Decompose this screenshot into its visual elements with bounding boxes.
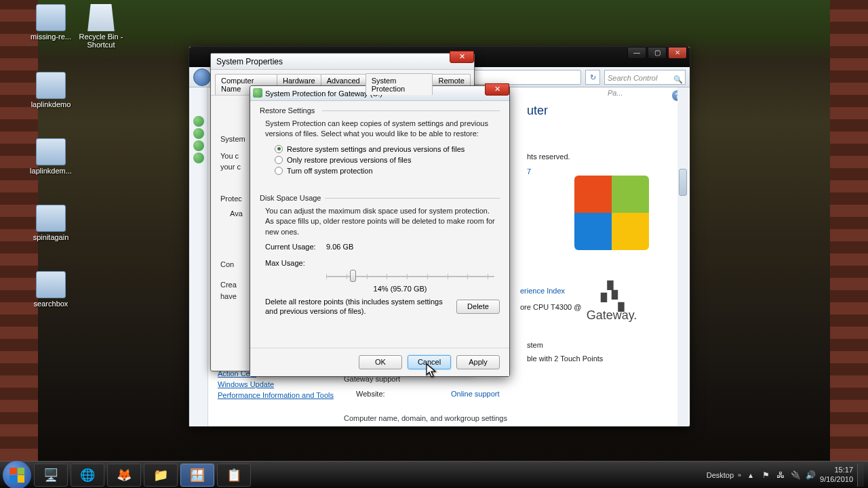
radio-icon <box>275 145 283 153</box>
cpu-fragment: ore CPU T4300 @ <box>520 302 581 314</box>
start-button[interactable] <box>3 461 31 489</box>
delete-restore-points-text: Delete all restore points (this includes… <box>260 297 450 317</box>
text-fragment: hts reserved. <box>527 151 570 163</box>
desktop-icon-searchbox[interactable]: searchbox <box>27 271 75 308</box>
close-button[interactable]: ✕ <box>450 51 474 63</box>
close-button[interactable]: ✕ <box>668 47 687 59</box>
online-support-link[interactable]: Online support <box>451 390 500 398</box>
radio-restore-files-only[interactable]: Only restore previous versions of files <box>260 155 500 165</box>
restore-settings-text: System Protection can keep copies of sys… <box>260 119 500 140</box>
close-button[interactable]: ✕ <box>485 83 509 96</box>
desktop-icon-label: searchbox <box>27 300 75 308</box>
performance-info-link[interactable]: Performance Information and Tools <box>218 391 334 399</box>
desktop-icon-label: laplinkdem... <box>27 167 75 175</box>
tray-volume-icon[interactable]: 🔊 <box>805 470 816 481</box>
tab-system-protection[interactable]: System Protection <box>366 73 433 95</box>
desktop-icon-label: spinitagain <box>27 233 75 241</box>
disk-space-header: Disk Space Usage <box>260 194 500 202</box>
tray-flag-icon[interactable]: ⚑ <box>760 470 771 481</box>
dialog-button-row: OK Cancel Apply <box>250 348 509 376</box>
taskbar-folder[interactable]: 📁 <box>144 464 178 487</box>
scrollbar-thumb[interactable] <box>679 169 687 196</box>
desktop-icon-missing[interactable]: missing-re... <box>27 4 75 41</box>
desktop-icon-recycle[interactable]: Recycle Bin - Shortcut <box>77 4 125 49</box>
nav-back-icon[interactable] <box>193 68 211 86</box>
taskbar-app-active[interactable]: 🪟 <box>180 464 214 487</box>
desktop-icon-label: laplinkdemo <box>27 100 75 108</box>
sidebar <box>189 87 208 426</box>
link-fragment[interactable]: 7 <box>527 167 531 176</box>
maximize-button[interactable]: ▢ <box>648 47 667 59</box>
desktop-icon-label: missing-re... <box>27 33 75 41</box>
desktop-toolbar-label[interactable]: Desktop <box>707 471 734 479</box>
radio-turn-off[interactable]: Turn off system protection <box>260 165 500 176</box>
apply-button[interactable]: Apply <box>456 355 500 369</box>
sidebar-orb-icon[interactable] <box>193 128 204 139</box>
show-desktop-button[interactable] <box>857 464 864 487</box>
dialog-titlebar[interactable]: System Properties ✕ <box>211 54 474 70</box>
delete-button[interactable]: Delete <box>456 300 500 314</box>
tray-chevron-up-icon[interactable]: ▴ <box>745 470 756 481</box>
experience-index-link[interactable]: erience Index <box>520 287 565 295</box>
section-header: Computer name, domain, and workgroup set… <box>344 413 676 422</box>
taskbar-app[interactable]: 📋 <box>217 464 251 487</box>
system-protection-dialog: System Protection for Gateway (C:) ✕ Res… <box>250 85 510 377</box>
taskbar-ie[interactable]: 🌐 <box>71 464 104 487</box>
taskbar: 🖥️ 🌐 🦊 📁 🪟 📋 Desktop » ▴ ⚑ 🖧 🔌 🔊 15:17 9… <box>0 461 868 488</box>
windows-flag-icon <box>9 468 24 483</box>
tray-power-icon[interactable]: 🔌 <box>790 470 801 481</box>
cancel-button[interactable]: Cancel <box>408 355 451 369</box>
desktop-icon-laplinkdem2[interactable]: laplinkdem... <box>27 138 75 175</box>
heading-fragment: uter <box>527 101 548 121</box>
radio-label: Only restore previous versions of files <box>287 156 411 164</box>
text-fragment: stem <box>527 340 543 352</box>
windows-update-link[interactable]: Windows Update <box>218 380 334 388</box>
recycle-bin-icon <box>86 4 116 31</box>
radio-label: Restore system settings and previous ver… <box>287 145 465 153</box>
refresh-icon[interactable]: ↻ <box>585 70 600 85</box>
radio-label: Turn off system protection <box>287 167 373 175</box>
radio-icon <box>275 167 283 175</box>
current-usage-label: Current Usage: <box>265 243 326 251</box>
radio-restore-all[interactable]: Restore system settings and previous ver… <box>260 144 500 155</box>
sidebar-orb-icon[interactable] <box>193 116 204 127</box>
max-usage-label: Max Usage: <box>265 259 326 267</box>
tray-network-icon[interactable]: 🖧 <box>775 470 786 481</box>
system-tray: Desktop » ▴ ⚑ 🖧 🔌 🔊 15:17 9/16/2010 <box>707 464 868 487</box>
clock-date: 9/16/2010 <box>820 475 853 484</box>
desktop-icon-label: Recycle Bin - Shortcut <box>77 33 125 49</box>
taskbar-clock[interactable]: 15:17 9/16/2010 <box>820 466 853 483</box>
taskbar-explorer[interactable]: 🖥️ <box>34 464 68 487</box>
max-usage-slider[interactable] <box>326 270 494 283</box>
radio-icon <box>275 156 283 164</box>
website-label: Website: <box>356 388 385 401</box>
text-fragment: ble with 2 Touch Points <box>527 353 603 365</box>
taskbar-firefox[interactable]: 🦊 <box>107 464 141 487</box>
ok-button[interactable]: OK <box>359 355 402 369</box>
slider-value: 14% (95.70 GB) <box>260 285 500 293</box>
restore-settings-header: Restore Settings <box>260 106 500 115</box>
sidebar-orb-icon[interactable] <box>193 152 204 163</box>
slider-thumb[interactable] <box>350 270 356 282</box>
windows-logo-icon <box>568 169 656 257</box>
sidebar-orb-icon[interactable] <box>193 140 204 151</box>
disk-space-text: You can adjust the maximum disk space us… <box>260 206 500 237</box>
vertical-scrollbar[interactable] <box>677 87 688 426</box>
search-input[interactable]: Search Control Pa... <box>604 70 686 85</box>
desktop-icon-laplinkdemo[interactable]: laplinkdemo <box>27 72 75 108</box>
current-usage-value: 9.06 GB <box>326 243 353 251</box>
dialog-title: System Properties <box>216 57 283 66</box>
clock-time: 15:17 <box>820 466 853 474</box>
desktop-icon-spinitagain[interactable]: spinitagain <box>27 205 75 241</box>
wallpaper-brick-right <box>830 0 868 461</box>
minimize-button[interactable]: — <box>627 47 646 59</box>
